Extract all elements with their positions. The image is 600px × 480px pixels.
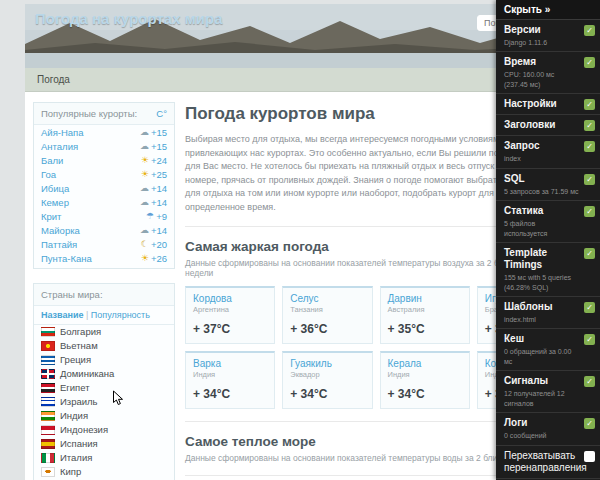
debug-panel-signals[interactable]: Сигналы 12 получателей 12 сигналов ✓: [496, 371, 600, 413]
card-city-link[interactable]: Варка: [193, 358, 267, 369]
debug-panel-template-timings[interactable]: Template Timings 155 мс with 5 queries (…: [496, 243, 600, 297]
resort-link[interactable]: Анталия: [41, 141, 78, 152]
card-temperature: + 34°C: [388, 387, 462, 401]
sun-icon: ☀: [141, 156, 149, 165]
resort-temp: +24: [151, 155, 167, 166]
debug-panel-sql[interactable]: SQL 5 запросов за 71.59 мс ✓: [496, 169, 600, 201]
list-item: Паттайя ☾+20: [34, 237, 174, 251]
list-item: Крит ☂+9: [34, 209, 174, 223]
card-country: Эквадор: [290, 370, 364, 379]
country-link[interactable]: Кипр: [60, 466, 81, 477]
resort-link[interactable]: Гоа: [41, 169, 56, 180]
debug-panel-cache[interactable]: Кеш 0 обращений за 0.00 мс ✓: [496, 329, 600, 371]
panel-enabled-checkbox[interactable]: ✓: [584, 302, 595, 313]
panel-enabled-checkbox[interactable]: ✓: [584, 376, 595, 387]
debug-panel-templates[interactable]: Шаблоны index.html ✓: [496, 297, 600, 329]
panel-enabled-checkbox[interactable]: ✓: [584, 334, 595, 345]
resort-link[interactable]: Майорка: [41, 225, 80, 236]
debug-panel-static[interactable]: Статика 5 файлов используется ✓: [496, 201, 600, 243]
panel-enabled-checkbox[interactable]: ✓: [584, 57, 595, 68]
flag-egypt-icon: [41, 383, 55, 393]
weather-card: Дарвин Австралия + 35°C: [380, 286, 470, 344]
flag-vietnam-icon: [41, 341, 55, 351]
card-temperature: + 36°C: [290, 322, 364, 336]
weather-card: Кордова Аргентина + 37°C: [185, 286, 275, 344]
tab-sort-by-popularity[interactable]: Популярность: [91, 310, 150, 320]
weather-card: Гуаякиль Эквадор + 34°C: [282, 351, 372, 409]
resort-temp: +9: [156, 211, 167, 222]
list-item: Индия: [34, 409, 174, 423]
debug-panel-versions[interactable]: Версии Django 1.11.6 ✓: [496, 20, 600, 52]
country-link[interactable]: Израиль: [60, 396, 98, 407]
intercept-redirects-row[interactable]: Перехватывать перенаправления: [496, 446, 600, 479]
temp-unit-label: С°: [156, 108, 167, 119]
list-item: Анталия ☁+15: [34, 139, 174, 153]
nav-weather-link[interactable]: Погода: [37, 74, 70, 85]
country-link[interactable]: Доминикана: [60, 368, 114, 379]
panel-enabled-checkbox[interactable]: ✓: [584, 248, 595, 259]
country-link[interactable]: Вьетнам: [60, 340, 98, 351]
list-item: Доминикана: [34, 367, 174, 381]
country-link[interactable]: Индия: [60, 410, 88, 421]
resort-link[interactable]: Бали: [41, 155, 63, 166]
resort-link[interactable]: Пунта-Кана: [41, 253, 92, 264]
tab-separator: |: [86, 310, 88, 320]
debug-panel-time[interactable]: Время CPU: 160.00 мс (237.45 мс) ✓: [496, 52, 600, 94]
panel-enabled-checkbox[interactable]: ✓: [584, 418, 595, 429]
card-city-link[interactable]: Селус: [290, 293, 364, 304]
card-country: Танзания: [290, 305, 364, 314]
country-link[interactable]: Италия: [60, 452, 92, 463]
resort-link[interactable]: Айя-Напа: [41, 127, 84, 138]
resort-link[interactable]: Кемер: [41, 197, 69, 208]
tab-sort-by-name[interactable]: Название: [41, 310, 83, 320]
resort-temp: +14: [151, 183, 167, 194]
panel-enabled-checkbox[interactable]: ✓: [584, 25, 595, 36]
debug-panel-settings[interactable]: Настройки ✓: [496, 94, 600, 115]
list-item: Кипр: [34, 465, 174, 479]
countries-title: Страны мира:: [41, 289, 103, 300]
debug-panel-headers[interactable]: Заголовки ✓: [496, 115, 600, 136]
sun-icon: ☀: [141, 170, 149, 179]
country-link[interactable]: Болгария: [60, 326, 101, 337]
country-link[interactable]: Египет: [60, 382, 90, 393]
resort-temp: +26: [151, 253, 167, 264]
list-item: Болгария: [34, 325, 174, 339]
panel-enabled-checkbox[interactable]: ✓: [584, 120, 595, 131]
card-country: Австралия: [388, 305, 462, 314]
django-debug-toolbar: Скрыть » Версии Django 1.11.6 ✓ Время CP…: [496, 0, 600, 480]
list-item: Пунта-Кана ☀+26: [34, 251, 174, 268]
card-city-link[interactable]: Гуаякиль: [290, 358, 364, 369]
panel-enabled-checkbox[interactable]: ✓: [584, 174, 595, 185]
resort-link[interactable]: Ибица: [41, 183, 69, 194]
resort-temp: +15: [151, 127, 167, 138]
cloud-icon: ☁: [140, 198, 149, 207]
popular-resorts-header: Популярные курорты: С°: [34, 103, 174, 125]
card-temperature: + 34°C: [193, 387, 267, 401]
card-city-link[interactable]: Керала: [388, 358, 462, 369]
debug-panel-logging[interactable]: Логи 0 сообщений ✓: [496, 413, 600, 445]
card-temperature: + 37°C: [193, 322, 267, 336]
resort-temp: +14: [151, 225, 167, 236]
country-link[interactable]: Испания: [60, 438, 98, 449]
list-item: Айя-Напа ☁+15: [34, 125, 174, 139]
card-country: Аргентина: [193, 305, 267, 314]
countries-panel: Страны мира: Название | Популярность Бол…: [33, 283, 175, 480]
cloud-icon: ☁: [140, 226, 149, 235]
list-item: Кемер ☁+14: [34, 195, 174, 209]
card-city-link[interactable]: Дарвин: [388, 293, 462, 304]
panel-enabled-checkbox[interactable]: ✓: [584, 141, 595, 152]
resort-link[interactable]: Крит: [41, 211, 61, 222]
debug-panel-request[interactable]: Запрос index ✓: [496, 136, 600, 168]
rain-icon: ☂: [146, 212, 154, 221]
panel-enabled-checkbox[interactable]: ✓: [584, 99, 595, 110]
panel-enabled-checkbox[interactable]: ✓: [584, 206, 595, 217]
resort-temp: +25: [151, 169, 167, 180]
card-city-link[interactable]: Кордова: [193, 293, 267, 304]
resort-link[interactable]: Паттайя: [41, 239, 77, 250]
main-nav: Погода: [25, 68, 575, 92]
weather-card: Варка Индия + 34°C: [185, 351, 275, 409]
intercept-redirects-checkbox[interactable]: [584, 451, 595, 462]
country-link[interactable]: Индонезия: [60, 424, 108, 435]
debug-toolbar-hide-button[interactable]: Скрыть »: [496, 0, 600, 20]
country-link[interactable]: Греция: [60, 354, 91, 365]
